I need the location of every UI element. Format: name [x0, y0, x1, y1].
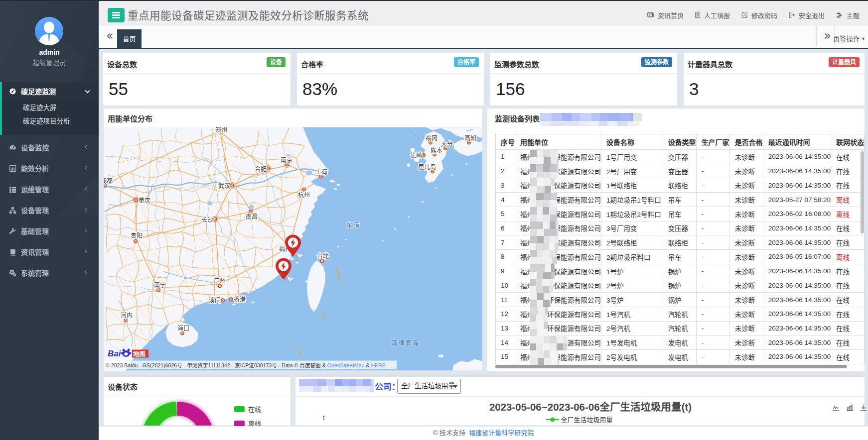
svg-text:长沙: 长沙: [201, 217, 213, 223]
svg-text:海口: 海口: [177, 325, 189, 332]
svg-text:贵阳: 贵阳: [131, 232, 143, 239]
svg-text:重庆: 重庆: [139, 197, 150, 204]
svg-text:台北: 台北: [317, 252, 329, 260]
svg-text:武汉: 武汉: [218, 183, 230, 190]
svg-text:成都: 成都: [104, 178, 113, 185]
svg-text:郑州: 郑州: [215, 127, 227, 133]
svg-text:杭州: 杭州: [298, 191, 310, 199]
svg-text:熊本: 熊本: [431, 147, 442, 154]
svg-text:长崎: 长崎: [410, 152, 422, 159]
svg-text:菲律宾海: 菲律宾海: [392, 339, 420, 347]
svg-text:河内: 河内: [121, 312, 133, 319]
svg-text:高知: 高知: [464, 134, 476, 142]
svg-text:澳门: 澳门: [209, 297, 221, 304]
svg-text:上海: 上海: [315, 168, 327, 176]
svg-text:© 2023 Baidu - GS(2021)6026号 -: © 2023 Baidu - GS(2021)6026号 - 甲测资字11111…: [106, 362, 386, 368]
svg-text:鹿儿岛: 鹿儿岛: [418, 163, 436, 171]
svg-text:Bai: Bai: [108, 349, 122, 358]
svg-text:大分: 大分: [441, 141, 453, 148]
svg-text:合肥: 合肥: [255, 165, 267, 173]
svg-text:香港: 香港: [234, 296, 246, 303]
svg-text:福冈: 福冈: [426, 134, 437, 142]
svg-text:地图: 地图: [133, 350, 145, 358]
svg-text:南昌: 南昌: [246, 213, 258, 220]
svg-text:广州: 广州: [214, 277, 226, 284]
svg-text:南京: 南京: [281, 156, 292, 164]
svg-text:东海: 东海: [346, 221, 361, 229]
svg-text:南宁: 南宁: [154, 281, 166, 289]
